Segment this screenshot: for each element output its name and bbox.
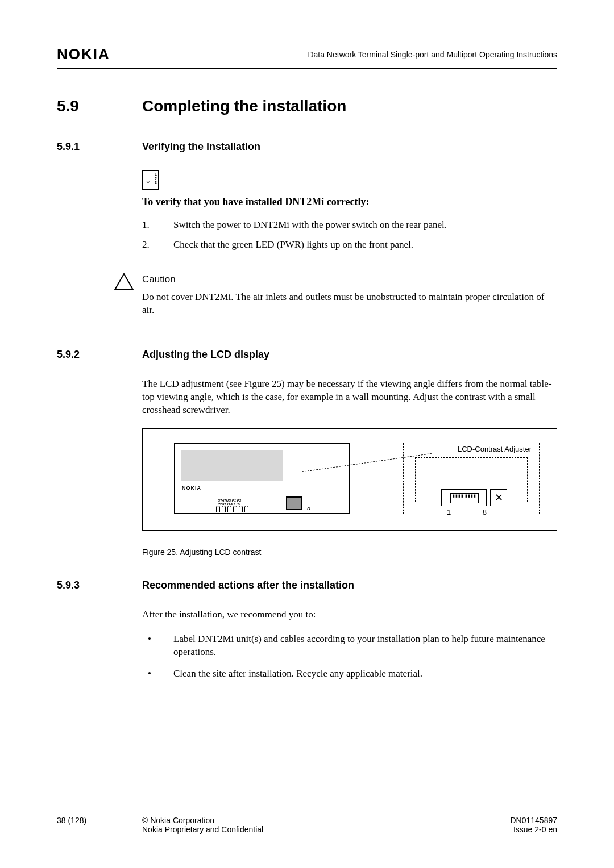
recommended-intro: After the installation, we recommend you… (142, 608, 557, 621)
caution-triangle-icon (114, 273, 134, 291)
pin-number-8: 8 (483, 508, 487, 516)
page-header: NOKIA Data Network Terminal Single-port … (57, 45, 557, 69)
confidential-text: Nokia Proprietary and Confidential (142, 825, 472, 834)
device-leds (216, 506, 248, 512)
subsection-number: 5.9.1 (57, 141, 142, 153)
recommended-list: • Label DNT2Mi unit(s) and cables accord… (142, 633, 557, 681)
led-icon (222, 506, 226, 512)
subsection-title: Verifying the installation (142, 141, 260, 153)
document-title: Data Network Terminal Single-port and Mu… (308, 50, 557, 59)
pin-number-1: 1 (447, 508, 451, 516)
led-icon (227, 506, 231, 512)
figure-caption: Figure 25. Adjusting LCD contrast (142, 548, 557, 557)
subsection-heading: 5.9.1 Verifying the installation (57, 141, 557, 153)
step-icon-numbers: 1 2 3 (155, 172, 157, 185)
subsection-heading: 5.9.2 Adjusting the LCD display (57, 349, 557, 361)
caution-title: Caution (142, 274, 557, 285)
led-icon (233, 506, 237, 512)
detail-panel: ▮▮▮▮ ▮▮▮▮ ✕ 1 8 (403, 443, 540, 514)
bullet-icon: • (142, 633, 173, 659)
adjuster-label: LCD-Contrast Adjuster (455, 445, 534, 453)
led-icon (239, 506, 243, 512)
list-item: 1. Switch the power to DNT2Mi with the p… (142, 219, 557, 231)
step-number: 1. (142, 219, 173, 231)
nokia-logo: NOKIA (57, 45, 110, 63)
step-text: Switch the power to DNT2Mi with the powe… (173, 219, 447, 231)
led-icon (216, 506, 220, 512)
list-item: • Clean the site after installation. Rec… (142, 667, 557, 681)
device-led-labels: STATUS P1 P3 PWR TEST P2 (218, 499, 241, 506)
page-footer: 38 (128) © Nokia Corporation Nokia Propr… (57, 816, 557, 834)
figure-25: NOKIA STATUS P1 P3 PWR TEST P2 D LCD-Con… (142, 428, 557, 531)
subsection-heading: 5.9.3 Recommended actions after the inst… (57, 579, 557, 591)
caution-block: Caution Do not cover DNT2Mi. The air inl… (142, 268, 557, 323)
connector-pins-icon: ▮▮▮▮ ▮▮▮▮ (450, 493, 479, 503)
bullet-icon: • (142, 667, 173, 681)
pin-numbers: 1 8 (447, 508, 487, 516)
section-number: 5.9 (57, 97, 142, 115)
list-item: 2. Check that the green LED (PWR) lights… (142, 239, 557, 251)
detail-panel-inner: ▮▮▮▮ ▮▮▮▮ ✕ 1 8 (415, 457, 528, 502)
section-title: Completing the installation (142, 97, 346, 115)
device-d-label: D (307, 506, 310, 511)
device-brand-label: NOKIA (182, 485, 201, 491)
page-number: 38 (128) (57, 816, 136, 834)
step-text: Check that the green LED (PWR) lights up… (173, 239, 413, 251)
section-heading: 5.9 Completing the installation (57, 97, 557, 115)
device-button-icon (286, 496, 302, 510)
device-front-panel: NOKIA STATUS P1 P3 PWR TEST P2 D (174, 443, 350, 514)
subsection-number: 5.9.3 (57, 579, 142, 591)
contrast-screw-icon: ✕ (490, 489, 507, 506)
verify-intro: To verify that you have installed DNT2Mi… (142, 196, 557, 208)
verify-block: ↓ 1 2 3 To verify that you have installe… (142, 170, 557, 251)
subsection-number: 5.9.2 (57, 349, 142, 361)
bullet-text: Clean the site after installation. Recyc… (173, 667, 422, 681)
device-lcd-screen (181, 450, 283, 481)
led-labels-top: STATUS P1 P3 (218, 499, 241, 502)
issue-text: Issue 2-0 en (472, 825, 557, 834)
document-id: DN01145897 (472, 816, 557, 825)
bullet-text: Label DNT2Mi unit(s) and cables accordin… (173, 633, 557, 659)
subsection-title: Recommended actions after the installati… (142, 579, 354, 591)
down-arrow-icon: ↓ (145, 173, 151, 185)
list-item: • Label DNT2Mi unit(s) and cables accord… (142, 633, 557, 659)
subsection-title: Adjusting the LCD display (142, 349, 269, 361)
led-icon (244, 506, 248, 512)
copyright-text: © Nokia Corporation (142, 816, 472, 825)
caution-text: Do not cover DNT2Mi. The air inlets and … (142, 291, 557, 317)
steps-icon: ↓ 1 2 3 (142, 170, 159, 190)
lcd-block: The LCD adjustment (see Figure 25) may b… (142, 378, 557, 557)
recommended-block: After the installation, we recommend you… (142, 608, 557, 681)
connector-box: ▮▮▮▮ ▮▮▮▮ (441, 489, 487, 506)
footer-center: © Nokia Corporation Nokia Proprietary an… (142, 816, 472, 834)
verify-steps-list: 1. Switch the power to DNT2Mi with the p… (142, 219, 557, 251)
footer-right: DN01145897 Issue 2-0 en (472, 816, 557, 834)
step-number: 2. (142, 239, 173, 251)
lcd-paragraph: The LCD adjustment (see Figure 25) may b… (142, 378, 557, 417)
